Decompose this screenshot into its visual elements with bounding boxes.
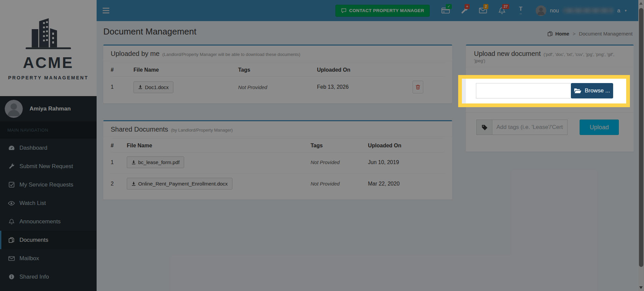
service-requests-badge: +: [465, 4, 469, 9]
sidebar-item-label: Announcements: [19, 218, 61, 225]
buildings-icon: [22, 16, 74, 51]
sidebar-item-mailbox[interactable]: Mailbox: [0, 249, 97, 268]
uploaded-by-me-box: Uploaded by me (Landlord/Property Manage…: [103, 45, 452, 103]
browse-button-label: Browse ...: [585, 87, 610, 94]
payments-menu[interactable]: ✓: [438, 3, 453, 18]
trash-icon: [416, 84, 420, 90]
service-requests-menu[interactable]: +: [457, 3, 472, 18]
uploaded-table: # File Name Tags Uploaded On 1: [103, 61, 452, 103]
breadcrumb-separator: >: [573, 31, 576, 37]
table-row: 2 Online_Rent_Payment_Enrollment.docx No…: [111, 173, 445, 195]
row-uploaded-on: Jun 10, 2019: [368, 159, 445, 165]
top-navbar: CONTACT PROPERTY MANAGER ✓ + 2 2: [97, 0, 638, 21]
file-input-group: Browse ...: [476, 83, 613, 98]
mail-badge: 2: [483, 4, 488, 9]
delete-document-button[interactable]: [413, 81, 423, 93]
text-size-menu[interactable]: T ↔: [513, 3, 528, 18]
content-area: Document Management Home > Document Mana…: [97, 21, 638, 291]
user-name-redacted: [563, 8, 613, 13]
file-name: bc_lease_form.pdf: [138, 159, 179, 165]
contact-property-manager-button[interactable]: CONTACT PROPERTY MANAGER: [335, 5, 430, 17]
col-file-name: File Name: [127, 139, 311, 152]
col-tags: Tags: [238, 63, 317, 76]
user-email-suffix: a: [617, 8, 620, 14]
sidebar-item-shared-info[interactable]: Shared Info: [0, 268, 97, 286]
download-file-button[interactable]: Doc1.docx: [133, 81, 173, 93]
shared-box-header: Shared Documents (by Landlord/Property M…: [103, 121, 452, 137]
row-uploaded-on: Mar 22, 2020: [368, 181, 445, 187]
documents-icon: [547, 31, 553, 37]
comment-icon: [341, 8, 346, 13]
col-num: #: [111, 139, 127, 152]
navbar-right: CONTACT PROPERTY MANAGER ✓ + 2 2: [335, 3, 638, 18]
sidebar-user-name: Amiya Rahman: [30, 105, 71, 112]
tags-row: Upload: [476, 120, 634, 152]
uploaded-box-title: Uploaded by me: [111, 50, 160, 57]
uploaded-table-header: # File Name Tags Uploaded On: [111, 63, 445, 77]
tags-input[interactable]: [492, 120, 568, 135]
envelope-icon: [7, 256, 15, 261]
sidebar-toggle-button[interactable]: [103, 6, 109, 15]
sidebar-user-panel: Amiya Rahman: [0, 96, 97, 122]
payments-badge: ✓: [446, 4, 451, 9]
navbar-avatar: [536, 5, 546, 16]
scroll-down-arrow[interactable]: [639, 286, 643, 289]
bell-icon: [7, 219, 15, 225]
sidebar-nav: Dashboard Submit New Request My Service …: [0, 139, 97, 286]
table-row: 1 bc_lease_form.pdf Not Provided Jun 10,…: [111, 152, 445, 173]
col-file-name: File Name: [133, 63, 238, 76]
download-file-button[interactable]: bc_lease_form.pdf: [127, 156, 184, 168]
row-uploaded-on: Feb 13, 2026: [317, 84, 413, 90]
acme-logo: ACME PROPERTY MANAGEMENT: [0, 0, 97, 96]
scroll-up-arrow[interactable]: [639, 2, 643, 5]
shared-documents-box: Shared Documents (by Landlord/Property M…: [103, 120, 452, 200]
download-icon: [131, 181, 136, 186]
sidebar-item-label: Documents: [19, 237, 48, 243]
sidebar-item-watch-list[interactable]: Watch List: [0, 194, 97, 212]
logo-title: ACME: [23, 54, 73, 72]
uploaded-table-rows: 1 Doc1.docx Not Provided Feb 13, 2026: [111, 77, 445, 99]
breadcrumb-current: Document Management: [579, 31, 633, 37]
row-number: 1: [111, 159, 127, 165]
sidebar-item-submit-new-request[interactable]: Submit New Request: [0, 157, 97, 175]
upload-box-header: Upload new document ('pdf', 'doc', 'txt'…: [466, 46, 634, 67]
col-num: #: [111, 63, 133, 76]
file-input[interactable]: [476, 83, 571, 98]
upload-button[interactable]: Upload: [580, 120, 619, 135]
download-file-button[interactable]: Online_Rent_Payment_Enrollment.docx: [127, 178, 232, 190]
row-number: 2: [111, 181, 127, 187]
sidebar-item-label: Mailbox: [19, 255, 39, 262]
sidebar-item-dashboard[interactable]: Dashboard: [0, 139, 97, 157]
breadcrumb-home[interactable]: Home: [555, 31, 569, 37]
table-row: 1 Doc1.docx Not Provided Feb 13, 2026: [111, 77, 445, 99]
scrollbar-thumb[interactable]: [639, 8, 643, 267]
left-column: Uploaded by me (Landlord/Property Manage…: [103, 45, 452, 216]
row-tags: Not Provided: [311, 159, 368, 165]
row-tags: Not Provided: [311, 181, 368, 187]
mail-menu[interactable]: 2: [475, 3, 491, 18]
user-email-prefix: nou: [550, 8, 559, 14]
folder-open-icon: [574, 88, 582, 94]
download-icon: [138, 85, 143, 89]
notifications-menu[interactable]: 27: [494, 3, 509, 18]
sidebar-item-announcements[interactable]: Announcements: [0, 212, 97, 231]
col-uploaded-on: Uploaded On: [317, 63, 413, 76]
browse-button[interactable]: Browse ...: [571, 83, 613, 98]
shared-box-title: Shared Documents: [111, 126, 168, 133]
row-number: 1: [111, 84, 133, 90]
shared-table-header: # File Name Tags Uploaded On: [111, 138, 445, 152]
file-name: Doc1.docx: [145, 84, 169, 90]
col-tags: Tags: [311, 139, 368, 152]
download-icon: [131, 160, 136, 165]
file-name: Online_Rent_Payment_Enrollment.docx: [138, 181, 228, 187]
browser-scrollbar[interactable]: [638, 0, 644, 291]
user-avatar: [5, 100, 23, 118]
text-size-arrows: ↔: [519, 11, 523, 15]
logo-subtitle: PROPERTY MANAGEMENT: [8, 75, 89, 80]
sidebar-item-documents[interactable]: Documents: [0, 231, 97, 249]
sidebar-item-label: Dashboard: [19, 145, 47, 151]
tag-addon: [476, 120, 492, 135]
col-uploaded-on: Uploaded On: [368, 139, 445, 152]
sidebar-item-my-service-requests[interactable]: My Service Requests: [0, 175, 97, 194]
user-menu[interactable]: noua ▼: [536, 5, 627, 16]
